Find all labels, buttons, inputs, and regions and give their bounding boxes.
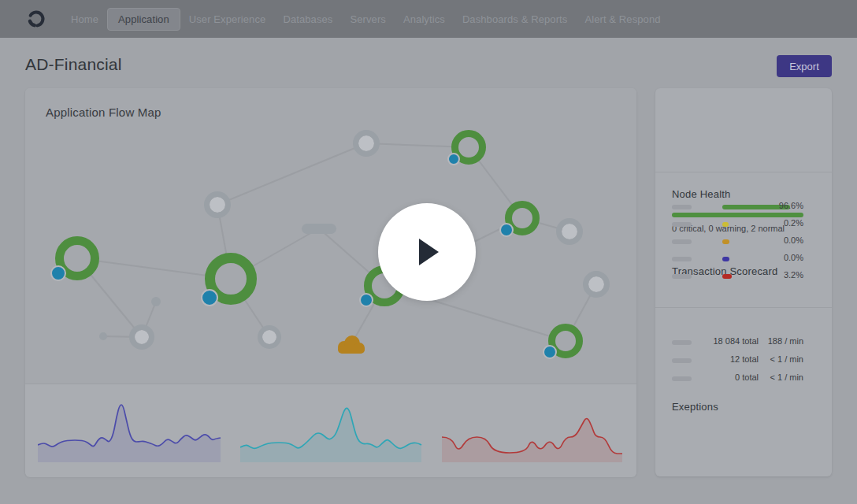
label-placeholder-pill (672, 274, 692, 279)
scorecard-percent: 96.6% (779, 201, 803, 210)
label-placeholder-pill (672, 340, 692, 345)
green-node-hole (64, 245, 91, 272)
exceptions-rows: 18 084 total188 / min12 total< 1 / min0 … (672, 334, 803, 388)
sparkline-chart-0 (38, 395, 222, 464)
node-badge (51, 266, 65, 280)
exception-rate: < 1 / min (760, 372, 803, 382)
appdynamics-logo-icon[interactable] (26, 9, 46, 29)
label-placeholder-pill (672, 205, 692, 209)
exception-rate: < 1 / min (760, 354, 803, 364)
small-node (151, 297, 161, 306)
play-button[interactable] (378, 203, 476, 301)
queue-node (302, 224, 336, 234)
page-title: AD-Financial (25, 55, 122, 74)
transaction-scorecard-rows: 96.6%0.2%0.0%0.0%3.2% (672, 198, 803, 285)
scorecard-percent: 0.0% (784, 235, 803, 245)
gray-node-hole (210, 197, 225, 213)
flow-map-canvas[interactable] (25, 88, 636, 384)
gray-node-hole (262, 330, 276, 344)
scorecard-row: 3.2% (672, 268, 803, 285)
nav-item-application[interactable]: Application (107, 8, 180, 31)
nav-item-user-experience[interactable]: User Experience (180, 8, 275, 31)
nav-items: HomeApplicationUser ExperienceDatabasesS… (62, 8, 670, 31)
exceptions-row: 0 total< 1 / min (672, 370, 803, 388)
exception-total: 12 total (692, 354, 759, 364)
exceptions-row: 18 084 total188 / min (672, 334, 803, 352)
label-placeholder-pill (672, 257, 692, 261)
node-badge (360, 294, 373, 306)
green-node-hole (215, 263, 247, 295)
sidebar-divider (655, 172, 832, 172)
right-sidebar: Node Health 0 critical, 0 warning, 2 nor… (655, 88, 832, 476)
node-badge (448, 154, 459, 165)
scorecard-bar (722, 239, 729, 244)
nav-item-dashboards-reports[interactable]: Dashboards & Reports (454, 8, 577, 31)
green-node-hole (555, 331, 576, 351)
label-placeholder-pill (672, 358, 692, 363)
scorecard-row: 0.2% (672, 216, 803, 233)
gray-node-hole (562, 224, 577, 239)
export-button[interactable]: Export (777, 55, 832, 77)
green-node-hole (458, 137, 479, 158)
scorecard-bar (722, 222, 729, 227)
scorecard-percent: 0.2% (784, 218, 803, 228)
sparkline-chart-2 (441, 395, 625, 464)
nav-item-servers[interactable]: Servers (341, 8, 395, 31)
node-badge (202, 290, 217, 306)
sparkline-chart-1 (240, 395, 425, 464)
flow-map-background (25, 88, 636, 384)
scorecard-row: 96.6% (672, 198, 803, 216)
exception-total: 18 084 total (692, 336, 759, 346)
application-flow-map-panel: Application Flow Map (25, 88, 636, 476)
scorecard-bar (722, 274, 732, 279)
label-placeholder-pill (672, 376, 692, 381)
label-placeholder-pill (672, 222, 692, 227)
exception-total: 0 total (692, 372, 759, 382)
nav-item-databases[interactable]: Databases (274, 8, 341, 31)
scorecard-bar (722, 257, 729, 261)
green-node-hole (512, 208, 532, 228)
node-badge (500, 224, 513, 236)
cloud-node-icon (338, 346, 365, 354)
exception-rate: 188 / min (760, 336, 803, 346)
nav-item-analytics[interactable]: Analytics (395, 8, 454, 31)
flow-map-title: Application Flow Map (46, 106, 161, 119)
sidebar-divider (655, 307, 832, 308)
play-icon (419, 239, 439, 265)
small-node (99, 332, 107, 340)
label-placeholder-pill (672, 239, 692, 244)
metric-sparklines-strip (25, 384, 636, 477)
top-navbar: HomeApplicationUser ExperienceDatabasesS… (0, 0, 857, 38)
scorecard-row: 0.0% (672, 233, 803, 250)
exceptions-row: 12 total< 1 / min (672, 352, 803, 370)
node-badge (544, 346, 556, 358)
nav-item-alert-respond[interactable]: Alert & Respond (576, 8, 669, 31)
gray-node-hole (135, 330, 149, 344)
gray-node-hole (358, 135, 374, 151)
scorecard-row: 0.0% (672, 250, 803, 268)
scorecard-percent: 3.2% (784, 270, 803, 280)
scorecard-percent: 0.0% (784, 253, 803, 262)
exceptions-title: Exeptions (672, 401, 718, 413)
gray-node-hole (588, 276, 604, 292)
nav-item-home[interactable]: Home (62, 8, 107, 31)
